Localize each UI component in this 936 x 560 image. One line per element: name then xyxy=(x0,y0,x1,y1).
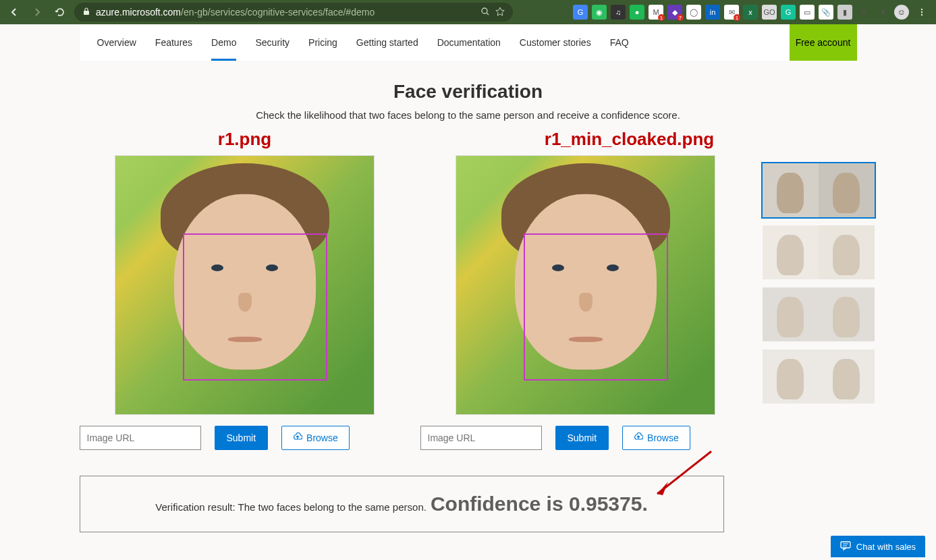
tab-features[interactable]: Features xyxy=(146,24,202,61)
confidence-score: Confidence is 0.95375. xyxy=(431,493,648,515)
ext-puzzle-icon[interactable]: ✦ xyxy=(875,5,890,20)
arrow-annotation xyxy=(644,448,718,502)
image-column-right: Submit Browse xyxy=(420,155,751,450)
sample-thumbnails xyxy=(761,155,876,405)
ext-excel-icon[interactable]: x xyxy=(743,5,758,20)
svg-line-6 xyxy=(657,451,711,494)
ext-bag-ext-icon[interactable]: ▮ xyxy=(837,5,852,20)
submit-button-right[interactable]: Submit xyxy=(555,426,609,450)
browser-chrome: azure.microsoft.com/en-gb/services/cogni… xyxy=(0,0,936,24)
ext-go-ext-icon[interactable]: GO xyxy=(762,5,777,20)
face-detection-box xyxy=(524,233,668,381)
face-detection-box xyxy=(183,233,327,381)
svg-rect-8 xyxy=(841,542,850,548)
face-image-right xyxy=(456,155,715,415)
chrome-menu-icon[interactable] xyxy=(913,3,931,21)
ext-linkedin-icon[interactable]: in xyxy=(705,5,720,20)
verification-result: Verification result: The two faces belon… xyxy=(80,476,724,532)
chat-label: Chat with sales xyxy=(856,542,916,552)
tab-security[interactable]: Security xyxy=(246,24,299,61)
svg-marker-7 xyxy=(657,482,668,495)
ext-pin-ext-icon[interactable]: 📎 xyxy=(819,5,833,20)
svg-rect-0 xyxy=(84,11,89,15)
page-subtitle: Check the likelihood that two faces belo… xyxy=(80,109,857,121)
image-url-input-left[interactable] xyxy=(80,426,201,450)
browse-button-right[interactable]: Browse xyxy=(622,426,690,450)
browse-label: Browse xyxy=(647,432,679,443)
tab-pricing[interactable]: Pricing xyxy=(299,24,347,61)
tab-documentation[interactable]: Documentation xyxy=(428,24,510,61)
page-nav: OverviewFeaturesDemoSecurityPricingGetti… xyxy=(80,24,857,61)
sample-thumbnail-4[interactable] xyxy=(761,348,876,405)
upload-icon xyxy=(634,432,643,444)
url-text: azure.microsoft.com/en-gb/services/cogni… xyxy=(96,7,475,18)
browse-button-left[interactable]: Browse xyxy=(281,426,350,450)
tab-customer-stories[interactable]: Customer stories xyxy=(510,24,601,61)
sample-thumbnail-3[interactable] xyxy=(761,286,876,343)
star-icon[interactable] xyxy=(495,7,505,18)
ext-circle-ext-icon[interactable]: ◯ xyxy=(686,5,701,20)
svg-point-4 xyxy=(921,11,923,13)
annotation-right: r1_min_cloaked.png xyxy=(464,129,795,150)
chat-icon xyxy=(840,540,851,553)
chat-with-sales-button[interactable]: Chat with sales xyxy=(831,536,925,557)
image-column-left: Submit Browse xyxy=(80,155,410,450)
ext-grammarly-icon[interactable]: G xyxy=(781,5,796,20)
search-in-page-icon[interactable] xyxy=(480,7,490,18)
ext-purple-ext-icon[interactable]: ◆7 xyxy=(667,5,682,20)
ext-gmail-icon[interactable]: M1 xyxy=(649,5,663,20)
tab-overview[interactable]: Overview xyxy=(88,24,146,61)
ext-tr-ext-icon[interactable]: tr xyxy=(856,5,871,20)
svg-line-2 xyxy=(487,13,489,15)
annotation-left: r1.png xyxy=(80,129,410,150)
browse-label: Browse xyxy=(306,432,338,443)
svg-point-5 xyxy=(921,14,923,16)
reload-button[interactable] xyxy=(51,3,69,21)
sample-thumbnail-1[interactable] xyxy=(761,162,876,219)
page-title: Face verification xyxy=(80,81,857,103)
back-button[interactable] xyxy=(5,3,23,21)
address-bar[interactable]: azure.microsoft.com/en-gb/services/cogni… xyxy=(74,3,513,22)
image-url-input-right[interactable] xyxy=(420,426,542,450)
ext-headphones-icon[interactable]: ♫ xyxy=(611,5,626,20)
svg-point-3 xyxy=(921,9,923,10)
upload-icon xyxy=(293,432,302,444)
tab-faq[interactable]: FAQ xyxy=(601,24,638,61)
result-text: Verification result: The two faces belon… xyxy=(155,501,426,513)
face-image-left xyxy=(115,155,375,415)
free-account-button[interactable]: Free account xyxy=(790,24,857,61)
profile-avatar[interactable]: ☺ xyxy=(894,5,909,20)
ext-mail2-icon[interactable]: ✉1 xyxy=(724,5,739,20)
ext-evernote-icon[interactable]: ◉ xyxy=(592,5,607,20)
forward-button[interactable] xyxy=(28,3,46,21)
svg-point-1 xyxy=(482,8,487,13)
ext-doc-ext-icon[interactable]: ▭ xyxy=(800,5,815,20)
submit-button-left[interactable]: Submit xyxy=(215,426,269,450)
nav-tabs: OverviewFeaturesDemoSecurityPricingGetti… xyxy=(80,24,638,61)
extension-icons: G◉♫●M1◆7◯in✉1xGOG▭📎▮tr✦☺ xyxy=(573,3,931,21)
ext-spotify-icon[interactable]: ● xyxy=(630,5,644,20)
tab-demo[interactable]: Demo xyxy=(202,24,246,61)
lock-icon xyxy=(82,7,90,18)
ext-google-translate-icon[interactable]: G xyxy=(573,5,588,20)
tab-getting-started[interactable]: Getting started xyxy=(347,24,428,61)
sample-thumbnail-2[interactable] xyxy=(761,224,876,281)
